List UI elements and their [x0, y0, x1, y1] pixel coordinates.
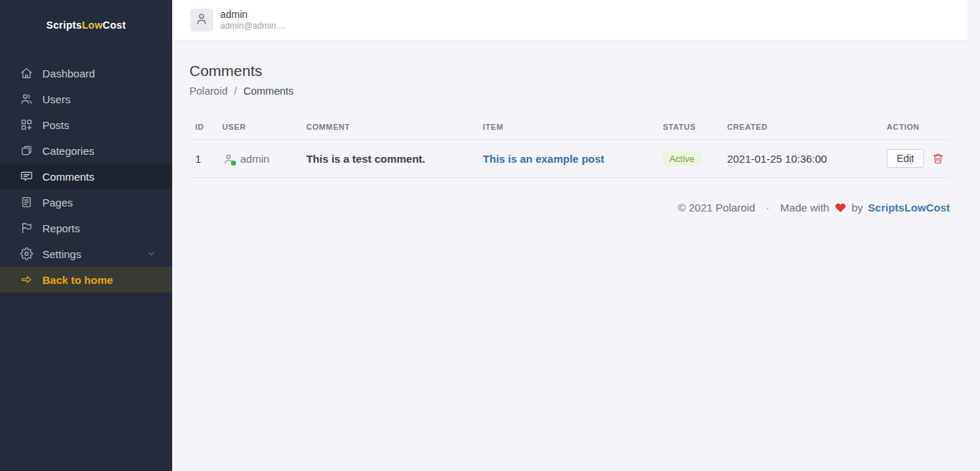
sidebar-item-label: Categories: [42, 145, 95, 157]
top-header: admin admin@admin....: [172, 0, 967, 41]
footer-copyright: © 2021 Polaroid: [678, 201, 755, 214]
status-badge: Active: [663, 151, 701, 166]
sidebar-item-comments[interactable]: Comments: [0, 163, 172, 189]
edit-button[interactable]: Edit: [887, 149, 924, 168]
person-icon: [222, 153, 235, 165]
column-header-status: STATUS: [657, 115, 722, 140]
settings-icon: [20, 247, 33, 260]
sidebar-item-back-to-home[interactable]: Back to home: [0, 267, 172, 292]
page-content: Comments Polaroid / Comments ID USER COM…: [172, 41, 980, 214]
column-header-comment: COMMENT: [301, 115, 477, 140]
column-header-created: CREATED: [721, 115, 880, 140]
breadcrumb-parent[interactable]: Polaroid: [189, 85, 227, 97]
sidebar-item-label: Comments: [42, 171, 95, 183]
categories-icon: [20, 144, 33, 157]
comments-icon: [20, 170, 33, 183]
sidebar-item-label: Users: [42, 93, 70, 105]
logo-part-low: Low: [82, 19, 103, 31]
sidebar-item-dashboard[interactable]: Dashboard: [0, 60, 172, 86]
page-footer: © 2021 Polaroid · Made with by ScriptsLo…: [189, 201, 950, 214]
logo-part-scripts: Scripts: [47, 19, 83, 31]
arrow-right-icon: [20, 273, 33, 286]
posts-icon: [20, 118, 33, 131]
cell-comment: This is a test comment.: [301, 140, 477, 178]
page-title: Comments: [189, 62, 950, 80]
breadcrumb: Polaroid / Comments: [189, 85, 950, 97]
app-logo[interactable]: ScriptsLowCost: [0, 0, 172, 50]
pages-icon: [20, 196, 33, 209]
user-name: admin: [220, 9, 286, 22]
cell-created: 2021-01-25 10:36:00: [721, 140, 880, 178]
footer-brand-link[interactable]: ScriptsLowCost: [868, 201, 950, 214]
user-avatar[interactable]: [190, 9, 213, 32]
sidebar-item-label: Posts: [42, 119, 70, 131]
footer-made-with: Made with: [781, 201, 829, 214]
column-header-id: ID: [189, 115, 217, 140]
main-area: admin admin@admin.... Comments Polaroid …: [172, 0, 980, 471]
chevron-down-icon: [146, 249, 156, 259]
column-header-item: ITEM: [477, 115, 657, 140]
table-row: 1 admin This is a test comment. This is …: [189, 140, 950, 178]
comments-table: ID USER COMMENT ITEM STATUS CREATED ACTI…: [189, 115, 950, 178]
sidebar-item-reports[interactable]: Reports: [0, 215, 172, 241]
sidebar: ScriptsLowCost DashboardUsersPostsCatego…: [0, 0, 172, 471]
sidebar-item-label: Back to home: [42, 274, 113, 286]
sidebar-item-pages[interactable]: Pages: [0, 189, 172, 215]
sidebar-item-categories[interactable]: Categories: [0, 138, 172, 163]
sidebar-item-label: Reports: [42, 222, 80, 234]
online-status-dot: [231, 161, 236, 166]
heart-icon: [834, 202, 847, 214]
item-link[interactable]: This is an example post: [483, 153, 604, 165]
sidebar-nav: DashboardUsersPostsCategoriesCommentsPag…: [0, 60, 172, 292]
users-icon: [20, 92, 33, 105]
logo-part-cost: Cost: [103, 19, 126, 31]
sidebar-item-label: Dashboard: [42, 67, 95, 80]
cell-id: 1: [189, 140, 217, 178]
sidebar-item-label: Settings: [42, 248, 81, 260]
cell-user-name: admin: [240, 153, 270, 165]
user-meta[interactable]: admin admin@admin....: [220, 9, 286, 32]
sidebar-item-label: Pages: [42, 196, 73, 209]
footer-separator: ·: [766, 201, 770, 214]
cell-actions: Edit: [887, 149, 944, 168]
trash-icon[interactable]: [932, 152, 944, 165]
home-icon: [20, 67, 33, 80]
sidebar-item-users[interactable]: Users: [0, 86, 172, 112]
footer-by: by: [852, 201, 863, 214]
table-header-row: ID USER COMMENT ITEM STATUS CREATED ACTI…: [189, 115, 950, 140]
person-icon: [194, 11, 209, 29]
column-header-user: USER: [217, 115, 301, 140]
sidebar-item-posts[interactable]: Posts: [0, 112, 172, 138]
breadcrumb-current: Comments: [243, 85, 293, 97]
breadcrumb-separator: /: [234, 85, 237, 97]
sidebar-item-settings[interactable]: Settings: [0, 241, 172, 267]
app-root: ScriptsLowCost DashboardUsersPostsCatego…: [0, 0, 980, 471]
column-header-action: ACTION: [881, 115, 950, 140]
user-email: admin@admin....: [220, 21, 286, 32]
cell-user: admin: [222, 153, 295, 165]
reports-icon: [20, 222, 33, 234]
